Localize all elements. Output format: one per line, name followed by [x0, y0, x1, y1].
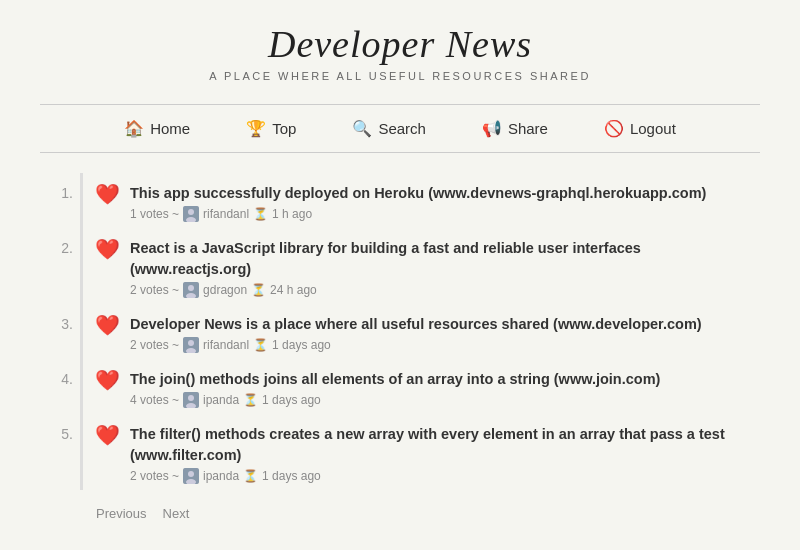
share-icon: 📢 — [482, 119, 502, 138]
vote-count: 2 votes ~ — [130, 283, 179, 297]
svg-point-4 — [188, 285, 194, 291]
item-content: The join() methods joins all elements of… — [130, 369, 760, 408]
item-content: Developer News is a place where all usef… — [130, 314, 760, 353]
upvote-button[interactable]: ❤️ — [95, 315, 120, 335]
site-header: Developer News A PLACE WHERE ALL USEFUL … — [0, 0, 800, 92]
svg-point-10 — [188, 395, 194, 401]
item-content: This app successfully deployed on Heroku… — [130, 183, 760, 222]
hourglass-icon: ⏳ — [243, 393, 258, 407]
time-ago: 1 h ago — [272, 207, 312, 221]
hourglass-icon: ⏳ — [253, 207, 268, 221]
time-ago: 1 days ago — [272, 338, 331, 352]
previous-button[interactable]: Previous — [96, 506, 147, 521]
item-title: The join() methods joins all elements of… — [130, 369, 760, 389]
item-title: The filter() methods creates a new array… — [130, 424, 760, 465]
item-number: 2. — [43, 240, 73, 256]
author-name: gdragon — [203, 283, 247, 297]
logout-icon: 🚫 — [604, 119, 624, 138]
hourglass-icon: ⏳ — [253, 338, 268, 352]
hourglass-icon: ⏳ — [243, 469, 258, 483]
svg-point-1 — [188, 209, 194, 215]
site-title: Developer News — [0, 22, 800, 66]
item-number: 1. — [43, 185, 73, 201]
vote-count: 2 votes ~ — [130, 338, 179, 352]
news-list: 1. ❤️ This app successfully deployed on … — [80, 173, 760, 490]
time-ago: 1 days ago — [262, 393, 321, 407]
upvote-button[interactable]: ❤️ — [95, 184, 120, 204]
nav-share[interactable]: 📢 Share — [454, 105, 576, 152]
upvote-button[interactable]: ❤️ — [95, 239, 120, 259]
nav-top-label: Top — [272, 120, 296, 137]
list-item: 5. ❤️ The filter() methods creates a new… — [83, 414, 760, 490]
item-meta: 2 votes ~ rifandanl ⏳ 1 days ago — [130, 337, 760, 353]
item-title: Developer News is a place where all usef… — [130, 314, 760, 334]
item-meta: 2 votes ~ gdragon ⏳ 24 h ago — [130, 282, 760, 298]
nav-home-label: Home — [150, 120, 190, 137]
trophy-icon: 🏆 — [246, 119, 266, 138]
list-item: 1. ❤️ This app successfully deployed on … — [83, 173, 760, 228]
main-content: 1. ❤️ This app successfully deployed on … — [0, 169, 800, 541]
nav-search-label: Search — [378, 120, 426, 137]
item-number: 3. — [43, 316, 73, 332]
nav-home[interactable]: 🏠 Home — [96, 105, 218, 152]
avatar — [183, 206, 199, 222]
pagination: Previous Next — [0, 490, 800, 531]
list-item: 4. ❤️ The join() methods joins all eleme… — [83, 359, 760, 414]
nav-share-label: Share — [508, 120, 548, 137]
item-content: React is a JavaScript library for buildi… — [130, 238, 760, 298]
time-ago: 1 days ago — [262, 469, 321, 483]
vote-count: 2 votes ~ — [130, 469, 179, 483]
item-content: The filter() methods creates a new array… — [130, 424, 760, 484]
vote-count: 4 votes ~ — [130, 393, 179, 407]
item-number: 4. — [43, 371, 73, 387]
list-item: 3. ❤️ Developer News is a place where al… — [83, 304, 760, 359]
vote-count: 1 votes ~ — [130, 207, 179, 221]
item-meta: 1 votes ~ rifandanl ⏳ 1 h ago — [130, 206, 760, 222]
author-name: ipanda — [203, 469, 239, 483]
avatar — [183, 337, 199, 353]
list-item: 2. ❤️ React is a JavaScript library for … — [83, 228, 760, 304]
item-meta: 4 votes ~ ipanda ⏳ 1 days ago — [130, 392, 760, 408]
item-title: React is a JavaScript library for buildi… — [130, 238, 760, 279]
nav-top[interactable]: 🏆 Top — [218, 105, 324, 152]
item-meta: 2 votes ~ ipanda ⏳ 1 days ago — [130, 468, 760, 484]
nav-divider — [40, 152, 760, 153]
author-name: ipanda — [203, 393, 239, 407]
nav-logout-label: Logout — [630, 120, 676, 137]
upvote-button[interactable]: ❤️ — [95, 370, 120, 390]
site-subtitle: A PLACE WHERE ALL USEFUL RESOURCES SHARE… — [0, 70, 800, 82]
next-button[interactable]: Next — [163, 506, 190, 521]
avatar — [183, 282, 199, 298]
item-title: This app successfully deployed on Heroku… — [130, 183, 760, 203]
svg-point-13 — [188, 471, 194, 477]
author-name: rifandanl — [203, 207, 249, 221]
nav-logout[interactable]: 🚫 Logout — [576, 105, 704, 152]
hourglass-icon: ⏳ — [251, 283, 266, 297]
author-name: rifandanl — [203, 338, 249, 352]
svg-point-7 — [188, 340, 194, 346]
upvote-button[interactable]: ❤️ — [95, 425, 120, 445]
main-nav: 🏠 Home 🏆 Top 🔍 Search 📢 Share 🚫 Logout — [0, 105, 800, 152]
search-icon: 🔍 — [352, 119, 372, 138]
time-ago: 24 h ago — [270, 283, 317, 297]
avatar — [183, 392, 199, 408]
item-number: 5. — [43, 426, 73, 442]
home-icon: 🏠 — [124, 119, 144, 138]
nav-search[interactable]: 🔍 Search — [324, 105, 454, 152]
avatar — [183, 468, 199, 484]
